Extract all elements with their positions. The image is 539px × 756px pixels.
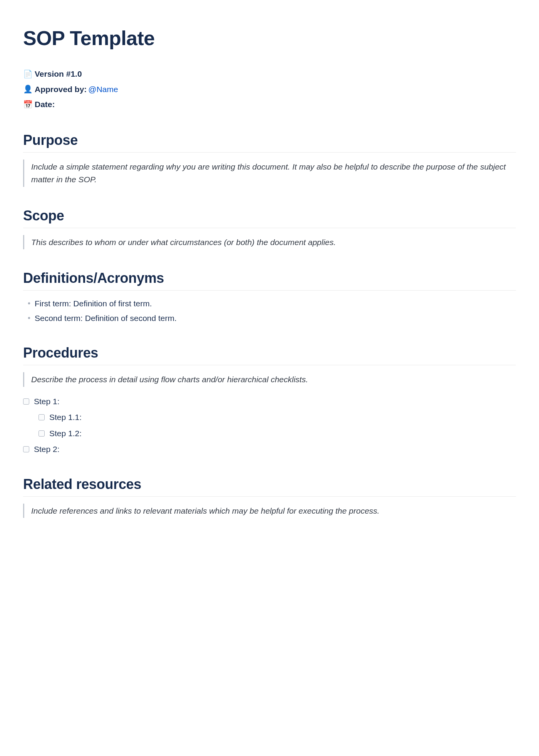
scope-heading: Scope bbox=[23, 205, 516, 228]
checklist-label: Step 1.1: bbox=[49, 411, 82, 423]
checkbox-icon[interactable] bbox=[38, 430, 45, 437]
meta-version: 📄 Version #1.0 bbox=[23, 68, 516, 80]
checkbox-icon[interactable] bbox=[38, 414, 45, 420]
definitions-heading: Definitions/Acronyms bbox=[23, 268, 516, 291]
checklist-item: Step 1: bbox=[23, 395, 516, 408]
checklist-label: Step 1: bbox=[34, 395, 60, 408]
calendar-icon: 📅 bbox=[23, 99, 32, 110]
date-label: Date: bbox=[35, 98, 55, 111]
document-icon: 📄 bbox=[23, 68, 32, 80]
person-icon: 👤 bbox=[23, 83, 32, 95]
procedures-heading: Procedures bbox=[23, 343, 516, 365]
checkbox-icon[interactable] bbox=[23, 398, 29, 405]
checklist-item: Step 1.1: bbox=[23, 411, 516, 423]
approved-label: Approved by: bbox=[35, 83, 87, 96]
checklist-item: Step 2: bbox=[23, 443, 516, 455]
approved-mention[interactable]: @Name bbox=[88, 83, 118, 96]
list-item: First term: Definition of first term. bbox=[23, 297, 516, 310]
version-label: Version #1.0 bbox=[35, 68, 82, 80]
procedures-checklist: Step 1: Step 1.1: Step 1.2: Step 2: bbox=[23, 395, 516, 455]
checklist-label: Step 1.2: bbox=[49, 427, 82, 440]
meta-block: 📄 Version #1.0 👤 Approved by: @Name 📅 Da… bbox=[23, 68, 516, 111]
checklist-item: Step 1.2: bbox=[23, 427, 516, 440]
meta-date: 📅 Date: bbox=[23, 98, 516, 111]
list-item: Second term: Definition of second term. bbox=[23, 312, 516, 324]
checkbox-icon[interactable] bbox=[23, 446, 29, 452]
purpose-quote: Include a simple statement regarding why… bbox=[23, 160, 516, 187]
meta-approved-by: 👤 Approved by: @Name bbox=[23, 83, 516, 96]
page-title: SOP Template bbox=[23, 23, 516, 53]
checklist-label: Step 2: bbox=[34, 443, 60, 455]
purpose-heading: Purpose bbox=[23, 130, 516, 153]
scope-quote: This describes to whom or under what cir… bbox=[23, 235, 516, 250]
related-heading: Related resources bbox=[23, 474, 516, 497]
procedures-quote: Describe the process in detail using flo… bbox=[23, 372, 516, 387]
definitions-list: First term: Definition of first term. Se… bbox=[23, 297, 516, 324]
related-quote: Include references and links to relevant… bbox=[23, 504, 516, 518]
